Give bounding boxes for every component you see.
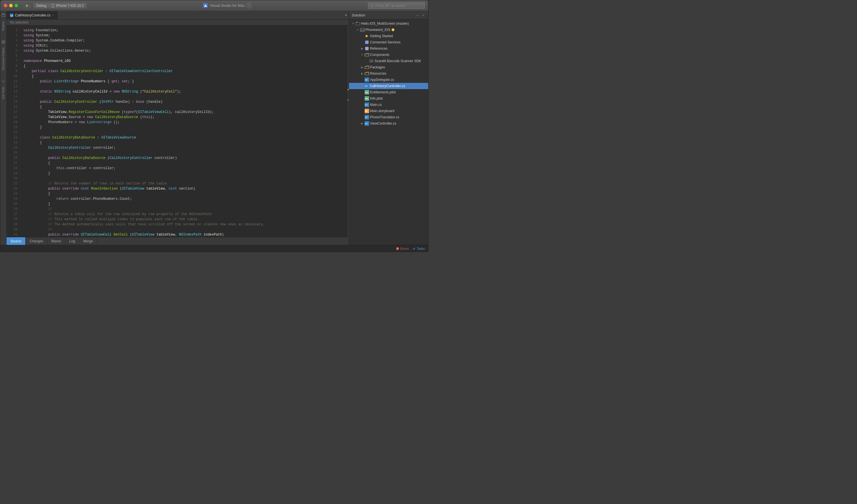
svg-rect-14 — [356, 22, 357, 23]
tasks-icon — [412, 247, 416, 250]
toolbox-tab-icon[interactable] — [1, 12, 6, 17]
solution-minimize-btn[interactable]: — — [415, 13, 420, 17]
tab-callhistorycontroller[interactable]: C# CallHistoryController.cs × — [6, 11, 58, 19]
svg-text:C#: C# — [11, 15, 13, 16]
app-name-label: Visual Studio for Mac — [210, 3, 245, 8]
svg-marker-17 — [366, 35, 368, 37]
errors-status[interactable]: ! Errors — [396, 247, 409, 250]
tree-item-info-plist[interactable]: ▶ XML Info.plist — [349, 95, 428, 102]
plist-info-icon: XML — [365, 96, 369, 101]
tree-arrow-resources: ▶ — [360, 72, 364, 75]
document-outline-icon[interactable] — [1, 39, 6, 45]
yellow-indicator — [391, 29, 394, 31]
search-icon — [371, 4, 374, 7]
svg-text:C#: C# — [365, 104, 368, 106]
tree-item-scandit[interactable]: ▶ Scandit Barcode Scanner SDK — [349, 58, 428, 64]
run-button[interactable] — [23, 3, 31, 8]
tree-label-info-plist: Info.plist — [370, 97, 383, 101]
tree-item-packages[interactable]: ▶ Packages — [349, 64, 428, 70]
tree-label-viewcontroller: ViewController.cs — [370, 121, 396, 125]
tab-source[interactable]: Source — [6, 237, 26, 245]
search-bar[interactable]: Press ⌘'/' to search — [368, 3, 425, 9]
no-selection-bar: No selection — [6, 20, 349, 25]
unit-tests-label[interactable]: Unit Tests — [1, 85, 5, 102]
close-button[interactable] — [4, 4, 7, 7]
tasks-status[interactable]: Tasks — [412, 247, 425, 250]
tree-arrow-components: ▾ — [360, 53, 364, 56]
svg-text:!: ! — [397, 247, 398, 250]
tree-item-connected-services[interactable]: ▶ Connected Services — [349, 39, 428, 46]
tab-merge[interactable]: Merge — [79, 237, 97, 245]
svg-text:iOS: iOS — [361, 29, 364, 31]
tree-item-phonetranslator[interactable]: ▶ C# PhoneTranslator.cs — [349, 114, 428, 120]
tree-item-main-cs[interactable]: ▶ C# Main.cs — [349, 102, 428, 108]
minimize-button[interactable] — [9, 4, 13, 7]
tree-arrow-viewcontroller: ▶ — [360, 122, 364, 125]
tree-item-phoneword[interactable]: ▾ iOS Phoneword_iOS — [349, 27, 428, 33]
tab-log[interactable]: Log — [65, 237, 79, 245]
main-content: Toolbox Document Outline Unit Tests C# C… — [0, 11, 428, 245]
code-content[interactable]: using Foundation; using System; using Sy… — [20, 25, 348, 237]
breadcrumb[interactable]: Debug › iPhone 7 iOS 10.2 — [34, 3, 87, 8]
tree-label-appdelegate: AppDelegate.cs — [370, 78, 394, 82]
solution-icon — [355, 21, 360, 26]
svg-point-1 — [53, 6, 53, 7]
tree-item-entitlements[interactable]: ▶ XML Entitlements.plist — [349, 89, 428, 95]
unit-tests-icon[interactable] — [1, 79, 6, 84]
titlebar-center: Visual Studio for Mac ℹ — [89, 3, 366, 8]
solution-title: Solution — [352, 13, 365, 17]
tree-item-resources[interactable]: ▶ Resources — [349, 70, 428, 76]
cs-viewcontroller-icon: C# — [365, 121, 369, 126]
titlebar: Debug › iPhone 7 iOS 10.2 Visual Studio … — [0, 0, 428, 11]
tab-dropdown[interactable]: ▾ — [343, 11, 349, 19]
errors-label: Errors — [400, 247, 409, 250]
search-placeholder: Press ⌘'/' to search — [375, 4, 406, 8]
tree-label-phonetranslator: PhoneTranslator.cs — [370, 115, 399, 119]
maximize-button[interactable] — [15, 4, 18, 7]
project-icon: iOS — [360, 28, 365, 32]
svg-text:XML: XML — [365, 98, 369, 100]
tree-item-callhistory-controller[interactable]: ▶ C# CallHistoryController.cs — [349, 83, 428, 89]
svg-rect-18 — [365, 40, 369, 44]
svg-text:XML: XML — [365, 92, 369, 93]
tab-blame[interactable]: Blame — [47, 237, 65, 245]
document-outline-label[interactable]: Document Outline — [1, 45, 5, 72]
svg-point-3 — [371, 4, 373, 6]
info-button[interactable]: ℹ — [247, 3, 252, 8]
app-icon — [203, 3, 208, 8]
no-selection-text: No selection — [10, 20, 29, 24]
references-icon — [365, 46, 369, 51]
scroll-indicator — [348, 25, 349, 237]
tree-item-main-storyboard[interactable]: ▶ SB Main.storyboard — [349, 108, 428, 114]
left-sidebar: Toolbox Document Outline Unit Tests — [0, 11, 6, 245]
sdk-icon — [369, 59, 374, 63]
tree-label-entitlements: Entitlements.plist — [370, 90, 396, 94]
tree-label-references: References — [370, 47, 387, 51]
svg-line-4 — [373, 6, 374, 7]
plist-entitlements-icon: XML — [365, 90, 369, 94]
solution-close-btn[interactable]: × — [421, 13, 425, 17]
cs-appdelegate-icon: C# — [365, 77, 369, 82]
tree-item-project-root[interactable]: ▾ Hello.iOS_MultiScreen (master) — [349, 20, 428, 27]
tree-arrow-references: ▶ — [360, 47, 364, 50]
phone-icon — [51, 4, 55, 8]
tree-item-components[interactable]: ▾ Components — [349, 52, 428, 58]
error-icon: ! — [396, 247, 399, 250]
tree-item-viewcontroller[interactable]: ▶ C# ViewController.cs — [349, 120, 428, 126]
code-editor[interactable]: 12345 678910 1112131415 1617181920 21222… — [6, 25, 349, 237]
tree-item-references[interactable]: ▶ References — [349, 46, 428, 52]
toolbox-label[interactable]: Toolbox — [1, 19, 5, 33]
solution-header: Solution — × — [349, 11, 428, 19]
tree-label-components: Components — [370, 53, 389, 57]
tab-close-button[interactable]: × — [52, 14, 54, 17]
tree-item-appdelegate[interactable]: ▶ C# AppDelegate.cs — [349, 76, 428, 83]
storyboard-icon: SB — [365, 109, 369, 113]
editor-area: C# CallHistoryController.cs × ▾ No selec… — [6, 11, 349, 245]
tree-label-packages: Packages — [370, 65, 385, 69]
main-window: Debug › iPhone 7 iOS 10.2 Visual Studio … — [0, 0, 428, 252]
svg-text:C#: C# — [365, 85, 368, 87]
tab-changes[interactable]: Changes — [26, 237, 47, 245]
scroll-marker-orange — [348, 100, 349, 101]
tab-label: CallHistoryController.cs — [15, 13, 51, 17]
tree-item-getting-started[interactable]: ▶ Getting Started — [349, 33, 428, 39]
